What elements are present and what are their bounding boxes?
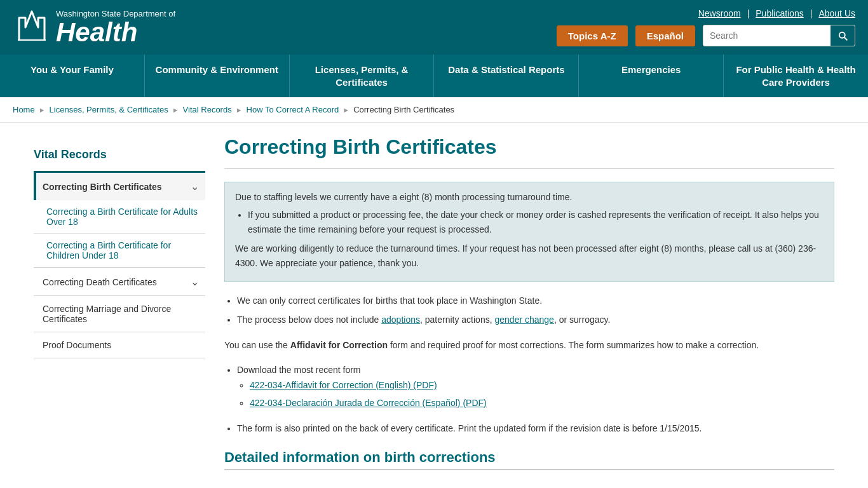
chevron-right-icon: ⌄ (191, 276, 199, 288)
sidebar-title: Vital Records (34, 142, 205, 173)
download-label-item: Download the most recent form 422-034-Af… (237, 363, 834, 410)
search-button[interactable] (831, 25, 855, 46)
adoptions-link[interactable]: adoptions (381, 315, 420, 325)
search-input[interactable] (703, 26, 831, 45)
breadcrumb: Home ► Licenses, Permits, & Certificates… (0, 97, 868, 123)
sidebar-proof-header[interactable]: Proof Documents (34, 332, 205, 358)
body-bullet-2: The process below does not include adopt… (237, 313, 834, 328)
form-note-list: The form is also printed on the back of … (237, 421, 834, 437)
nav-public-health[interactable]: For Public Health & Health Care Provider… (724, 55, 868, 97)
header-actions: Topics A-Z Español (557, 25, 855, 46)
downloads-section: Download the most recent form 422-034-Af… (224, 363, 834, 410)
main-nav: You & Your Family Community & Environmen… (0, 55, 868, 97)
download-sub-list: 422-034-Affidavit for Correction (Englis… (250, 378, 834, 411)
nav-data[interactable]: Data & Statistical Reports (434, 55, 579, 97)
affidavit-section: You can use the Affidavit for Correction… (224, 338, 834, 353)
download-list: Download the most recent form 422-034-Af… (237, 363, 834, 410)
download-pdf-espanol: 422-034-Declaración Jurada de Corrección… (250, 396, 834, 411)
sidebar-marriage-label: Correcting Marriage and Divorce Certific… (43, 304, 199, 324)
notice-bullets: If you submitted a product or processing… (248, 208, 824, 236)
form-note: The form is also printed on the back of … (237, 421, 834, 437)
publications-link[interactable]: Publications (756, 8, 804, 18)
nav-you-family[interactable]: You & Your Family (0, 55, 145, 97)
logo-icon (13, 5, 51, 50)
section-heading: Detailed information on birth correction… (224, 449, 834, 470)
affidavit-paragraph: You can use the Affidavit for Correction… (224, 338, 834, 353)
sidebar-item-adults[interactable]: Correcting a Birth Certificate for Adult… (34, 200, 205, 234)
affidavit-text-before: You can use the (224, 340, 290, 350)
chevron-down-icon: ⌄ (191, 180, 199, 193)
download-pdf-english: 422-034-Affidavit for Correction (Englis… (250, 378, 834, 393)
breadcrumb-vital-records[interactable]: Vital Records (183, 105, 232, 114)
nav-emergencies[interactable]: Emergencies (579, 55, 724, 97)
affidavit-bold: Affidavit for Correction (290, 340, 388, 350)
download-label: Download the most recent form (237, 365, 361, 375)
header-right: Newsroom | Publications | About Us Topic… (557, 8, 855, 46)
newsroom-link[interactable]: Newsroom (698, 8, 741, 18)
notice-followup: We are working diligently to reduce the … (235, 241, 824, 270)
breadcrumb-home[interactable]: Home (13, 105, 35, 114)
sidebar-death-header[interactable]: Correcting Death Certificates ⌄ (34, 268, 205, 295)
main-content: Correcting Birth Certificates Due to sta… (224, 135, 834, 470)
body-bullets-section: We can only correct certificates for bir… (224, 294, 834, 328)
nav-community[interactable]: Community & Environment (145, 55, 290, 97)
breadcrumb-licenses[interactable]: Licenses, Permits, & Certificates (50, 105, 168, 114)
sidebar-section-proof: Proof Documents (34, 332, 205, 358)
espanol-button[interactable]: Español (635, 25, 695, 46)
notice-intro: Due to staffing levels we currently have… (235, 190, 824, 204)
form-note-section: The form is also printed on the back of … (224, 421, 834, 437)
pdf-english-link[interactable]: 422-034-Affidavit for Correction (Englis… (250, 380, 437, 390)
pdf-espanol-link[interactable]: 422-034-Declaración Jurada de Corrección… (250, 398, 487, 408)
sidebar-item-children[interactable]: Correcting a Birth Certificate for Child… (34, 234, 205, 268)
notice-bullet-1: If you submitted a product or processing… (248, 208, 824, 236)
sidebar-section-death: Correcting Death Certificates ⌄ (34, 268, 205, 296)
sidebar-proof-label: Proof Documents (43, 340, 111, 350)
body-bullets: We can only correct certificates for bir… (237, 294, 834, 328)
breadcrumb-how-to-correct[interactable]: How To Correct A Record (247, 105, 339, 114)
sidebar-section-birth: Correcting Birth Certificates ⌄ Correcti… (34, 173, 205, 268)
notice-box: Due to staffing levels we currently have… (224, 182, 834, 282)
sidebar-birth-label: Correcting Birth Certificates (43, 182, 161, 192)
sidebar-birth-header[interactable]: Correcting Birth Certificates ⌄ (34, 173, 205, 200)
site-title: Health (56, 19, 175, 46)
sidebar: Vital Records Correcting Birth Certifica… (34, 135, 205, 470)
logo: Washington State Department of Health (13, 5, 175, 50)
content-wrapper: Vital Records Correcting Birth Certifica… (21, 123, 847, 483)
about-us-link[interactable]: About Us (818, 8, 855, 18)
sidebar-marriage-header[interactable]: Correcting Marriage and Divorce Certific… (34, 296, 205, 332)
breadcrumb-current: Correcting Birth Certificates (353, 105, 454, 114)
affidavit-text-after: form and required proof for most correct… (388, 340, 759, 350)
sidebar-birth-sub-items: Correcting a Birth Certificate for Adult… (34, 200, 205, 268)
gender-change-link[interactable]: gender change (494, 315, 553, 325)
page-title: Correcting Birth Certificates (224, 135, 834, 169)
search-icon (837, 30, 848, 41)
nav-licenses[interactable]: Licenses, Permits, & Certificates (290, 55, 435, 97)
topics-az-button[interactable]: Topics A-Z (557, 25, 628, 46)
top-links: Newsroom | Publications | About Us (698, 8, 855, 18)
sidebar-section-marriage: Correcting Marriage and Divorce Certific… (34, 296, 205, 332)
body-bullet-1: We can only correct certificates for bir… (237, 294, 834, 309)
sidebar-death-label: Correcting Death Certificates (43, 277, 157, 287)
search-box (703, 25, 855, 46)
